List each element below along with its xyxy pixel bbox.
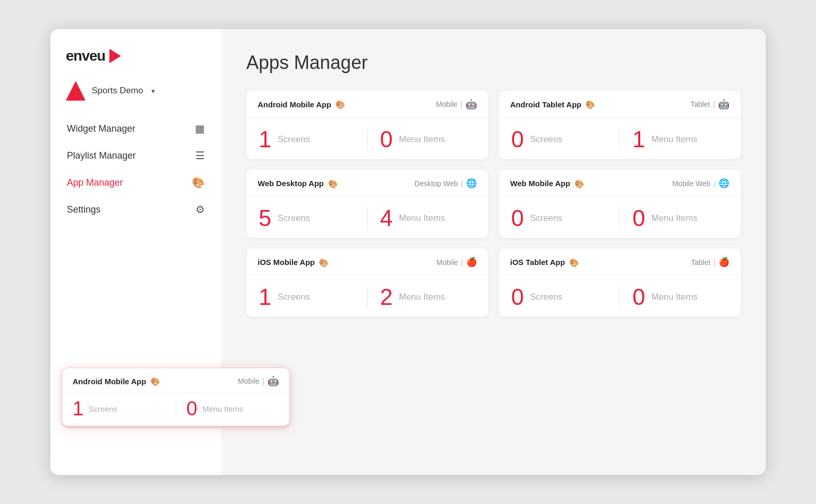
- android-mobile-platform: Mobile | 🤖: [436, 99, 477, 110]
- app-card-web-desktop[interactable]: Web Desktop App 🎨 Desktop Web | 🌐 5 Scre…: [246, 170, 488, 238]
- app-card-web-desktop-header: Web Desktop App 🎨 Desktop Web | 🌐: [246, 170, 488, 197]
- web-desktop-menu-label: Menu Items: [399, 213, 445, 223]
- settings-label: Settings: [67, 204, 101, 215]
- ios-tablet-palette-icon: 🎨: [569, 258, 578, 267]
- ios-tablet-screens-label: Screens: [530, 292, 562, 302]
- ios-tablet-stats: 0 Screens 0 Menu Items: [499, 275, 741, 317]
- app-card-android-tablet-name: Android Tablet App 🎨: [510, 100, 594, 109]
- android-mobile-menu-block: 0 Menu Items: [367, 128, 488, 151]
- ios-tablet-label: iOS Tablet App: [510, 258, 565, 267]
- app-manager-label: App Manager: [67, 177, 123, 188]
- ios-mobile-stats: 1 Screens 2 Menu Items: [246, 275, 488, 317]
- android-tablet-menu-label: Menu Items: [651, 134, 697, 145]
- sidebar-item-app-manager[interactable]: App Manager 🎨: [50, 169, 221, 196]
- brand-name: enveu: [66, 48, 105, 64]
- floating-android-icon: 🤖: [268, 375, 279, 387]
- ios-tablet-platform: Tablet | 🍎: [691, 257, 729, 268]
- android-mobile-platform-label: Mobile: [436, 100, 457, 108]
- web-mobile-stats: 0 Screens 0 Menu Items: [499, 197, 741, 238]
- ios-mobile-label: iOS Mobile App: [258, 258, 315, 267]
- app-card-ios-tablet-name: iOS Tablet App 🎨: [510, 258, 578, 267]
- android-mobile-screens-count: 1: [259, 128, 271, 151]
- android-mobile-screens-label: Screens: [277, 134, 309, 145]
- floating-screens-block: 1 Screens: [62, 399, 176, 418]
- app-card-web-desktop-name: Web Desktop App 🎨: [258, 179, 336, 188]
- web-desktop-palette-icon: 🎨: [328, 179, 336, 188]
- chevron-down-icon: ▾: [151, 87, 155, 95]
- android-tablet-stats: 0 Screens 1 Menu Items: [499, 118, 741, 159]
- floating-card-header: Android Mobile App 🎨 Mobile | 🤖: [62, 368, 289, 393]
- ios-mobile-menu-count: 2: [380, 286, 392, 309]
- floating-card-name: Android Mobile App 🎨: [73, 377, 159, 386]
- floating-menu-count: 0: [187, 399, 198, 418]
- app-card-ios-tablet[interactable]: iOS Tablet App 🎨 Tablet | 🍎 0 Screens: [499, 248, 741, 317]
- platform-divider-5: |: [461, 258, 463, 267]
- ios-mobile-palette-icon: 🎨: [319, 258, 327, 267]
- android-tablet-icon: 🤖: [718, 99, 729, 110]
- web-mobile-label: Web Mobile App: [510, 179, 570, 188]
- floating-menu-block: 0 Menu Items: [176, 399, 290, 418]
- web-desktop-screens-block: 5 Screens: [246, 207, 367, 230]
- web-mobile-platform-label: Mobile Web: [672, 179, 711, 188]
- ios-tablet-menu-label: Menu Items: [651, 292, 697, 302]
- ios-mobile-screens-label: Screens: [277, 292, 309, 302]
- platform-divider-3: |: [461, 179, 463, 188]
- web-mobile-menu-count: 0: [632, 207, 645, 230]
- settings-icon: ⚙: [195, 203, 205, 216]
- ios-tablet-platform-label: Tablet: [691, 258, 710, 267]
- widget-manager-icon: ▦: [195, 122, 205, 135]
- account-icon: [66, 81, 86, 101]
- floating-card-palette-icon: 🎨: [150, 377, 159, 385]
- android-tablet-platform: Tablet | 🤖: [691, 99, 729, 110]
- ios-mobile-platform-label: Mobile: [437, 258, 458, 267]
- web-mobile-menu-block: 0 Menu Items: [620, 207, 741, 230]
- platform-divider: |: [460, 100, 462, 108]
- android-tablet-screens-count: 0: [511, 128, 524, 151]
- platform-divider-4: |: [713, 179, 715, 188]
- app-card-android-mobile-name: Android Mobile App 🎨: [258, 100, 344, 109]
- floating-card-platform: Mobile | 🤖: [238, 375, 279, 387]
- app-card-android-mobile[interactable]: Android Mobile App 🎨 Mobile | 🤖 1 Screen…: [246, 90, 488, 159]
- app-card-web-mobile[interactable]: Web Mobile App 🎨 Mobile Web | 🌐 0 Screen…: [499, 170, 741, 238]
- web-desktop-stats: 5 Screens 4 Menu Items: [246, 197, 488, 238]
- logo-area: enveu: [50, 48, 221, 81]
- web-mobile-screens-label: Screens: [530, 213, 562, 223]
- account-selector[interactable]: Sports Demo ▾: [50, 81, 221, 115]
- ios-mobile-menu-block: 2 Menu Items: [367, 286, 488, 309]
- floating-card-app-name: Android Mobile App: [73, 377, 146, 386]
- web-desktop-platform: Desktop Web | 🌐: [415, 178, 477, 189]
- floating-card-stats: 1 Screens 0 Menu Items: [62, 393, 289, 426]
- app-card-android-tablet-header: Android Tablet App 🎨 Tablet | 🤖: [499, 90, 741, 118]
- brand-arrow-icon: [109, 49, 121, 63]
- sidebar-item-settings[interactable]: Settings ⚙: [50, 196, 221, 223]
- web-desktop-menu-count: 4: [380, 207, 392, 230]
- floating-card-platform-label: Mobile: [238, 377, 259, 385]
- sidebar-nav: Widget Manager ▦ Playlist Manager ☰ App …: [50, 115, 221, 223]
- android-mobile-palette-icon: 🎨: [335, 100, 344, 108]
- main-content: Apps Manager Android Mobile App 🎨 Mobile…: [221, 29, 766, 475]
- app-card-android-tablet[interactable]: Android Tablet App 🎨 Tablet | 🤖 0 Screen…: [499, 90, 741, 159]
- web-desktop-globe-icon: 🌐: [466, 178, 477, 189]
- app-card-ios-mobile[interactable]: iOS Mobile App 🎨 Mobile | 🍎 1 Screens: [246, 248, 488, 317]
- android-mobile-stats: 1 Screens 0 Menu Items: [246, 118, 488, 159]
- android-tablet-label: Android Tablet App: [510, 100, 581, 109]
- sidebar-item-widget-manager[interactable]: Widget Manager ▦: [50, 115, 221, 142]
- web-mobile-screens-block: 0 Screens: [499, 207, 620, 230]
- ios-tablet-screens-count: 0: [511, 286, 524, 309]
- web-desktop-menu-block: 4 Menu Items: [367, 207, 488, 230]
- account-name: Sports Demo: [92, 86, 143, 96]
- web-mobile-globe-icon: 🌐: [719, 178, 729, 189]
- web-desktop-screens-label: Screens: [277, 213, 309, 223]
- web-mobile-screens-count: 0: [511, 207, 524, 230]
- ios-mobile-menu-label: Menu Items: [399, 292, 445, 302]
- web-desktop-screens-count: 5: [259, 207, 271, 230]
- android-icon: 🤖: [466, 99, 477, 110]
- app-card-ios-mobile-name: iOS Mobile App 🎨: [258, 258, 327, 267]
- app-card-ios-tablet-header: iOS Tablet App 🎨 Tablet | 🍎: [499, 248, 741, 275]
- playlist-manager-icon: ☰: [195, 149, 205, 162]
- app-manager-icon: 🎨: [192, 176, 205, 189]
- sidebar-item-playlist-manager[interactable]: Playlist Manager ☰: [50, 142, 221, 169]
- page-title: Apps Manager: [246, 52, 741, 74]
- floating-platform-divider: |: [262, 377, 264, 385]
- apps-grid: Android Mobile App 🎨 Mobile | 🤖 1 Screen…: [246, 90, 741, 317]
